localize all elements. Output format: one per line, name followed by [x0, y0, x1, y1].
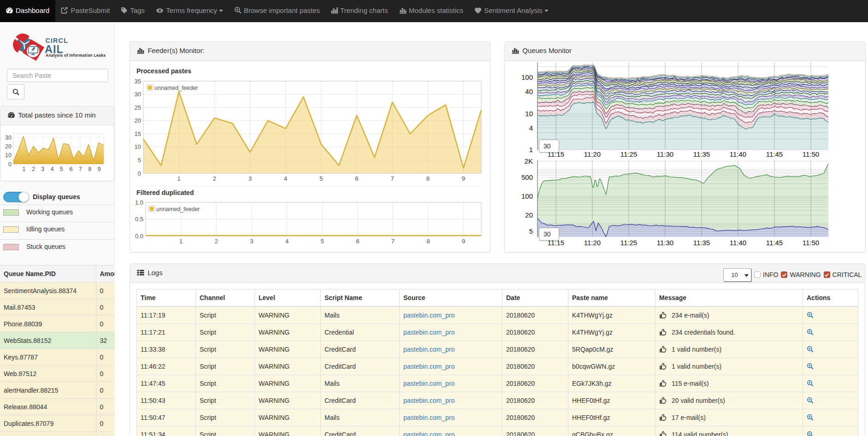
svg-text:10: 10: [525, 110, 533, 118]
svg-text:20: 20: [135, 117, 141, 124]
svg-text:1: 1: [23, 166, 26, 172]
svg-text:20: 20: [525, 211, 533, 219]
svg-text:0: 0: [138, 170, 141, 177]
svg-text:0.5: 0.5: [135, 216, 143, 223]
svg-text:5: 5: [60, 166, 63, 172]
svg-text:3: 3: [41, 166, 44, 172]
svg-text:15: 15: [135, 130, 141, 137]
svg-text:11:45: 11:45: [766, 239, 783, 247]
svg-text:11:35: 11:35: [693, 239, 710, 247]
svg-text:11:50: 11:50: [803, 150, 819, 158]
svg-text:5: 5: [529, 227, 533, 235]
svg-text:8: 8: [426, 238, 430, 245]
svg-text:6: 6: [356, 238, 359, 245]
svg-text:1: 1: [529, 146, 533, 153]
svg-text:0.0: 0.0: [135, 233, 143, 240]
svg-text:11:20: 11:20: [584, 150, 601, 158]
svg-text:11:40: 11:40: [730, 150, 746, 158]
svg-text:25: 25: [135, 104, 141, 111]
svg-text:6: 6: [70, 166, 73, 172]
svg-text:500: 500: [521, 173, 533, 181]
svg-text:0: 0: [8, 161, 12, 168]
svg-text:1.0: 1.0: [135, 200, 143, 206]
svg-text:11:40: 11:40: [730, 239, 746, 247]
svg-text:6: 6: [355, 175, 358, 182]
svg-text:5: 5: [321, 238, 324, 245]
svg-text:30: 30: [135, 91, 141, 98]
svg-text:Analysis of Information Leaks: Analysis of Information Leaks: [46, 53, 106, 58]
svg-text:4: 4: [51, 166, 54, 172]
svg-text:11:25: 11:25: [620, 150, 637, 158]
svg-text:2: 2: [32, 166, 35, 172]
svg-text:11:25: 11:25: [620, 239, 637, 247]
svg-text:5: 5: [138, 157, 141, 164]
svg-text:1: 1: [177, 175, 181, 182]
svg-text:4: 4: [284, 175, 287, 182]
svg-text:unnamed_feeder: unnamed_feeder: [154, 85, 198, 91]
svg-text:5: 5: [319, 175, 323, 182]
svg-text:9: 9: [462, 238, 465, 245]
svg-text:9: 9: [462, 175, 465, 182]
svg-text:30: 30: [5, 135, 12, 141]
svg-text:10: 10: [5, 152, 12, 159]
svg-text:40: 40: [525, 88, 533, 95]
svg-text:11:30: 11:30: [657, 150, 673, 158]
svg-text:unnamed_feeder: unnamed_feeder: [156, 206, 200, 212]
svg-text:2: 2: [215, 238, 218, 245]
svg-text:11:35: 11:35: [693, 150, 710, 158]
svg-text:3: 3: [248, 175, 252, 182]
svg-text:7: 7: [390, 175, 394, 182]
svg-text:1: 1: [179, 238, 183, 245]
svg-text:11:30: 11:30: [657, 239, 673, 247]
svg-text:20: 20: [5, 143, 12, 150]
svg-text:2: 2: [213, 175, 216, 182]
svg-text:8: 8: [88, 166, 91, 172]
svg-text:100: 100: [521, 192, 533, 200]
svg-text:11:45: 11:45: [766, 150, 783, 158]
svg-text:3: 3: [250, 238, 253, 245]
svg-text:35: 35: [135, 78, 141, 85]
svg-text:100: 100: [521, 73, 533, 81]
svg-text:4: 4: [285, 238, 289, 245]
svg-text:2K: 2K: [525, 159, 533, 165]
svg-text:9: 9: [98, 166, 101, 172]
svg-text:11:50: 11:50: [803, 239, 819, 247]
svg-text:7: 7: [79, 166, 82, 172]
svg-text:11:20: 11:20: [584, 239, 601, 247]
svg-text:10: 10: [135, 143, 141, 150]
svg-text:7: 7: [391, 238, 395, 245]
svg-text:4: 4: [529, 124, 533, 132]
svg-text:8: 8: [426, 175, 430, 182]
